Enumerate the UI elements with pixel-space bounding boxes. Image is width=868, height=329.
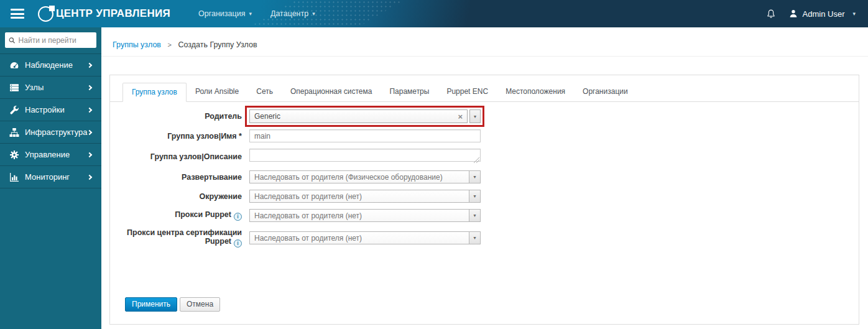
sidebar-item-monitor[interactable]: Наблюдение (0, 54, 101, 76)
name-control (249, 129, 481, 142)
puppet-proxy-control: Наследовать от родителя (нет) ▾ (249, 209, 481, 222)
bar-chart-icon (9, 172, 19, 182)
breadcrumb-link-hostgroups[interactable]: Группы узлов (113, 40, 161, 49)
puppet-proxy-select-caret-button[interactable]: ▾ (469, 209, 481, 222)
sidebar-nav: Наблюдение Узлы Настройки Инфраструктура (0, 27, 101, 329)
form-actions: Применить Отмена (125, 297, 859, 312)
clear-selection-icon[interactable]: × (458, 113, 463, 121)
sidebar-item-label: Настройки (25, 105, 65, 114)
submit-button[interactable]: Применить (125, 297, 177, 312)
tachometer-icon (9, 60, 19, 70)
wrench-icon (9, 105, 19, 115)
sidebar-item-hosts[interactable]: Узлы (0, 76, 101, 99)
environment-select[interactable]: Наследовать от родителя (нет) (249, 190, 469, 203)
parent-label: Родитель (110, 112, 249, 121)
puppet-ca-proxy-select-value: Наследовать от родителя (нет) (254, 234, 362, 243)
chevron-right-icon (87, 129, 92, 134)
caret-down-icon: ▾ (473, 174, 476, 180)
sidebar-item-monitoring[interactable]: Мониторинг (0, 166, 101, 188)
cancel-button[interactable]: Отмена (180, 297, 220, 312)
organization-menu[interactable]: Организация ▾ (189, 0, 261, 27)
puppet-ca-proxy-control: Наследовать от родителя (нет) ▾ (249, 231, 481, 244)
search-icon (9, 37, 16, 44)
tab-organizations[interactable]: Организации (574, 83, 637, 102)
tab-ansible-roles[interactable]: Роли Ansible (187, 83, 247, 102)
sidebar-item-infrastructure[interactable]: Инфраструктура (0, 121, 101, 144)
user-menu[interactable]: Admin User ▾ (788, 9, 856, 19)
parent-select[interactable]: Generic × (249, 109, 468, 123)
tab-puppet-enc[interactable]: Puppet ENC (438, 83, 497, 102)
puppet-proxy-select[interactable]: Наследовать от родителя (нет) (249, 209, 469, 222)
environment-label: Окружение (110, 192, 249, 201)
notifications-bell-icon[interactable] (766, 9, 776, 19)
form-tabs: Группа узлов Роли Ansible Сеть Операцион… (110, 75, 859, 102)
tab-operating-system[interactable]: Операционная система (282, 83, 381, 102)
hostgroup-form-card: Группа узлов Роли Ansible Сеть Операцион… (109, 75, 859, 325)
chevron-right-icon (87, 174, 92, 179)
deployment-select-value: Наследовать от родителя (Физическое обор… (254, 173, 443, 182)
organization-menu-label: Организация (198, 9, 245, 18)
caret-down-icon: ▾ (473, 193, 476, 199)
description-control (249, 149, 481, 164)
sidebar-item-label: Мониторинг (25, 172, 70, 182)
tab-host-group[interactable]: Группа узлов (122, 83, 187, 102)
chevron-right-icon (87, 152, 92, 157)
caret-down-icon: ▾ (473, 235, 476, 241)
chevron-right-icon (87, 107, 92, 112)
hamburger-menu-icon[interactable] (11, 9, 24, 19)
server-icon (9, 83, 19, 93)
info-icon[interactable]: i (234, 239, 242, 248)
environment-select-caret-button[interactable]: ▾ (469, 190, 481, 203)
puppet-ca-proxy-select[interactable]: Наследовать от родителя (нет) (249, 231, 469, 244)
brand-title: ЦЕНТР УПРАВЛЕНИЯ (56, 7, 170, 20)
puppet-ca-proxy-label: Прокси центра сертификации Puppeti (110, 228, 249, 248)
form-row-environment: Окружение Наследовать от родителя (нет) … (110, 190, 859, 203)
caret-down-icon: ▾ (473, 213, 476, 218)
breadcrumb-separator: > (167, 41, 171, 49)
main-content: Группы узлов > Создать Группу Узлов Груп… (101, 27, 868, 329)
description-label: Группа узлов|Описание (110, 152, 249, 161)
deployment-select[interactable]: Наследовать от родителя (Физическое обор… (249, 170, 469, 183)
user-avatar-icon (788, 9, 798, 19)
parent-select-caret-button[interactable]: ▾ (469, 109, 481, 123)
deployment-select-caret-button[interactable]: ▾ (469, 170, 481, 183)
brand-logo-icon (38, 6, 53, 22)
form-row-puppet-proxy: Прокси Puppeti Наследовать от родителя (… (110, 209, 859, 222)
sidebar-item-label: Наблюдение (25, 60, 73, 70)
tab-network[interactable]: Сеть (247, 83, 282, 102)
chevron-down-icon: ▾ (312, 11, 315, 17)
breadcrumb-current: Создать Группу Узлов (178, 40, 257, 49)
form-row-name: Группа узлов|Имя * (110, 129, 859, 142)
chevron-right-icon (87, 85, 92, 90)
puppet-proxy-select-value: Наследовать от родителя (нет) (254, 211, 362, 220)
parent-control: Generic × ▾ (249, 109, 481, 123)
location-menu[interactable]: Датацентр ▾ (261, 0, 325, 27)
environment-select-value: Наследовать от родителя (нет) (254, 192, 362, 201)
sidebar-item-label: Управление (25, 150, 70, 159)
chevron-down-icon: ▾ (852, 11, 856, 17)
gear-icon (9, 150, 19, 160)
tab-parameters[interactable]: Параметры (381, 83, 438, 102)
tab-locations[interactable]: Местоположения (497, 83, 574, 102)
name-input[interactable] (249, 129, 481, 142)
location-menu-label: Датацентр (270, 9, 308, 18)
puppet-ca-proxy-label-text: Прокси центра сертификации Puppet (127, 228, 242, 246)
top-bar: ЦЕНТР УПРАВЛЕНИЯ Организация ▾ Датацентр… (0, 0, 868, 27)
environment-control: Наследовать от родителя (нет) ▾ (249, 190, 481, 203)
form-row-description: Группа узлов|Описание (110, 149, 859, 164)
form-row-parent: Родитель Generic × ▾ (110, 109, 859, 123)
search-input[interactable] (19, 36, 93, 45)
context-nav: Организация ▾ Датацентр ▾ (189, 0, 325, 27)
deployment-label: Развертывание (110, 173, 249, 182)
puppet-ca-proxy-select-caret-button[interactable]: ▾ (469, 231, 481, 244)
sidebar-search-box[interactable] (5, 32, 96, 48)
chevron-down-icon: ▾ (249, 11, 252, 17)
info-icon[interactable]: i (234, 213, 242, 221)
description-textarea[interactable] (249, 149, 481, 162)
caret-down-icon: ▾ (474, 114, 476, 119)
app-brand[interactable]: ЦЕНТР УПРАВЛЕНИЯ (38, 6, 170, 22)
sidebar-item-configure[interactable]: Настройки (0, 99, 101, 121)
sidebar-item-label: Узлы (25, 83, 44, 92)
sidebar-item-administer[interactable]: Управление (0, 144, 101, 166)
topbar-right: Admin User ▾ (766, 9, 868, 19)
